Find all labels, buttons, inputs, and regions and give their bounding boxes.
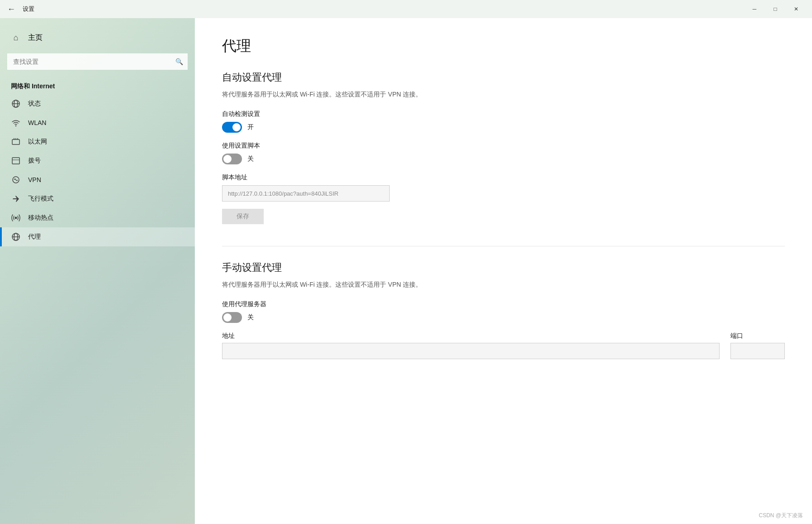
proxy-server-label: 使用代理服务器: [222, 300, 785, 308]
sidebar-item-dial[interactable]: 拨号: [0, 151, 195, 170]
home-label: 主页: [28, 33, 43, 43]
sidebar-item-airplane[interactable]: 飞行模式: [0, 189, 195, 208]
svg-point-11: [15, 217, 17, 219]
status-icon: [11, 99, 21, 109]
hotspot-icon: [11, 213, 21, 223]
proxy-server-toggle-label: 关: [247, 313, 254, 322]
sidebar-home-item[interactable]: ⌂ 主页: [0, 27, 195, 48]
script-thumb: [223, 155, 232, 163]
script-label: 使用设置脚本: [222, 142, 785, 150]
close-button[interactable]: ✕: [786, 2, 807, 16]
search-icon: 🔍: [175, 58, 183, 65]
auto-detect-label: 自动检测设置: [222, 110, 785, 118]
sidebar-item-vpn[interactable]: VPN: [0, 170, 195, 189]
script-address-input[interactable]: [222, 185, 390, 202]
script-address-label: 脚本地址: [222, 173, 785, 182]
address-label: 地址: [222, 332, 720, 340]
titlebar-title: 设置: [23, 5, 34, 13]
port-col: 端口: [730, 332, 785, 359]
manual-section: 手动设置代理 将代理服务器用于以太网或 Wi-Fi 连接。这些设置不适用于 VP…: [222, 246, 785, 359]
sidebar-item-status[interactable]: 状态: [0, 94, 195, 113]
address-port-row: 地址 端口: [222, 332, 785, 359]
dial-icon: [11, 156, 21, 166]
port-label: 端口: [730, 332, 785, 340]
auto-section-desc: 将代理服务器用于以太网或 Wi-Fi 连接。这些设置不适用于 VPN 连接。: [222, 90, 785, 99]
search-input[interactable]: [7, 53, 188, 70]
watermark: CSDN @天下凌落: [759, 512, 803, 519]
sidebar-item-ethernet[interactable]: 以太网: [0, 132, 195, 151]
ethernet-icon: [11, 137, 21, 147]
sidebar-label-airplane: 飞行模式: [28, 195, 53, 203]
script-toggle-label: 关: [247, 155, 254, 163]
sidebar-label-hotspot: 移动热点: [28, 214, 53, 222]
svg-rect-8: [12, 158, 19, 164]
auto-detect-thumb: [232, 123, 241, 131]
wlan-icon: [11, 118, 21, 128]
sidebar-label-status: 状态: [28, 100, 41, 108]
script-toggle[interactable]: [222, 154, 242, 164]
auto-detect-toggle-label: 开: [247, 123, 254, 131]
proxy-icon: [11, 232, 21, 242]
titlebar-left: ← 设置: [5, 3, 34, 16]
auto-detect-toggle[interactable]: [222, 122, 242, 133]
main-layout: ⌂ 主页 🔍 网络和 Internet 状态: [0, 18, 812, 524]
sidebar-item-hotspot[interactable]: 移动热点: [0, 208, 195, 227]
page-title: 代理: [222, 36, 785, 56]
port-input[interactable]: [730, 343, 785, 359]
svg-rect-4: [12, 139, 19, 144]
titlebar: ← 设置 ─ □ ✕: [0, 0, 812, 18]
sidebar-label-dial: 拨号: [28, 157, 41, 165]
proxy-server-thumb: [223, 313, 232, 322]
sidebar-search: 🔍: [7, 53, 188, 70]
section-title: 网络和 Internet: [0, 75, 195, 94]
back-button[interactable]: ←: [5, 3, 17, 16]
sidebar-label-ethernet: 以太网: [28, 138, 47, 146]
sidebar-item-wlan[interactable]: WLAN: [0, 113, 195, 132]
sidebar-label-proxy: 代理: [28, 233, 41, 241]
sidebar: ⌂ 主页 🔍 网络和 Internet 状态: [0, 18, 195, 524]
proxy-server-toggle-row: 关: [222, 312, 785, 323]
svg-point-3: [15, 125, 16, 126]
manual-section-desc: 将代理服务器用于以太网或 Wi-Fi 连接。这些设置不适用于 VPN 连接。: [222, 280, 785, 289]
address-col: 地址: [222, 332, 720, 359]
proxy-server-toggle[interactable]: [222, 312, 242, 323]
manual-section-title: 手动设置代理: [222, 261, 785, 274]
sidebar-item-proxy[interactable]: 代理: [0, 227, 195, 246]
address-input[interactable]: [222, 343, 720, 359]
sidebar-label-wlan: WLAN: [28, 119, 46, 126]
home-icon: ⌂: [11, 33, 21, 43]
content-area: 代理 自动设置代理 将代理服务器用于以太网或 Wi-Fi 连接。这些设置不适用于…: [195, 18, 812, 524]
minimize-button[interactable]: ─: [744, 2, 765, 16]
sidebar-label-vpn: VPN: [28, 176, 41, 183]
auto-detect-toggle-row: 开: [222, 122, 785, 133]
airplane-icon: [11, 194, 21, 204]
auto-section-title: 自动设置代理: [222, 71, 785, 84]
save-button[interactable]: 保存: [222, 209, 264, 224]
maximize-button[interactable]: □: [765, 2, 786, 16]
script-toggle-row: 关: [222, 154, 785, 164]
titlebar-controls: ─ □ ✕: [744, 2, 807, 16]
vpn-icon: [11, 175, 21, 185]
